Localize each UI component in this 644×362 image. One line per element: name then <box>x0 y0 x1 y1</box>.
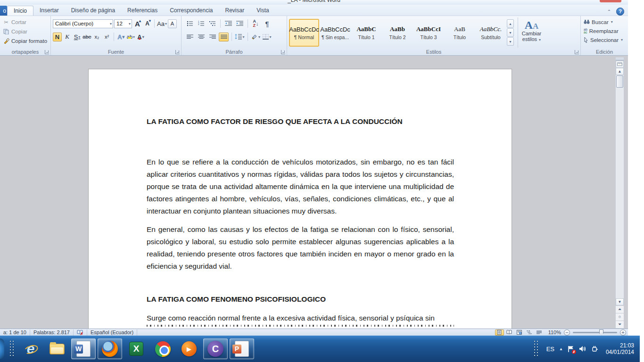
dialog-launcher-icon[interactable] <box>175 50 180 54</box>
find-button[interactable]: Buscar▾ <box>583 17 627 26</box>
tab-referencias[interactable]: Referencias <box>121 6 164 16</box>
scroll-up-icon[interactable]: ▲ <box>616 68 624 75</box>
view-outline-icon[interactable] <box>525 329 534 336</box>
scroll-down-icon[interactable]: ▼ <box>616 298 624 305</box>
zoom-out-icon[interactable]: − <box>564 329 570 336</box>
font-size-combo[interactable]: 12▾ <box>114 19 132 28</box>
status-proofing[interactable]: ✗ <box>74 329 87 336</box>
shading-button[interactable]: ▾ <box>251 33 261 41</box>
help-icon[interactable]: ? <box>616 8 624 16</box>
superscript-button[interactable]: x² <box>102 33 111 41</box>
close-button[interactable] <box>600 0 621 2</box>
tab-vista[interactable]: Vista <box>250 6 275 16</box>
align-right-button[interactable] <box>207 33 217 41</box>
style-titulo[interactable]: AaB Título <box>445 19 475 47</box>
gallery-up-icon[interactable]: ▲ <box>507 19 514 28</box>
tab-revisar[interactable]: Revisar <box>219 6 251 16</box>
line-spacing-button[interactable]: ▾ <box>235 33 245 41</box>
zoom-slider[interactable] <box>573 332 617 333</box>
format-painter-button[interactable]: Copiar formato <box>2 36 49 46</box>
next-page-icon[interactable]: ⏷ <box>616 321 624 328</box>
tab-diseno-de-pagina[interactable]: Diseño de página <box>65 6 121 16</box>
dialog-launcher-icon[interactable] <box>281 50 285 54</box>
clock[interactable]: 21:03 04/01/2014 <box>606 342 634 355</box>
previous-page-icon[interactable]: ⏶ <box>616 305 624 313</box>
style-subtitulo[interactable]: AaBbCc. Subtítulo <box>476 19 506 47</box>
volume-icon[interactable] <box>579 346 586 352</box>
subscript-button[interactable]: x₂ <box>92 33 101 41</box>
font-name-combo[interactable]: Calibri (Cuerpo)▾ <box>53 19 113 28</box>
cut-button[interactable]: ✂ Cortar <box>2 17 49 27</box>
tab-archivo[interactable]: o <box>0 6 7 16</box>
taskbar-windows-explorer[interactable] <box>45 338 69 359</box>
gallery-more-icon[interactable]: ▼ <box>507 37 514 46</box>
status-language[interactable]: Español (Ecuador) <box>87 329 137 336</box>
split-handle[interactable] <box>616 58 624 61</box>
select-button[interactable]: Seleccionar▾ <box>583 35 627 44</box>
grow-font-button[interactable]: A▲ <box>133 19 142 28</box>
ruler-toggle-icon[interactable] <box>616 61 624 68</box>
gallery-down-icon[interactable]: ▼ <box>507 28 514 37</box>
bold-button[interactable]: N <box>53 33 62 41</box>
replace-button[interactable]: abac Reemplazar <box>583 26 627 35</box>
style-sin-espaciado[interactable]: AaBbCcDc ¶ Sin espa... <box>320 19 350 47</box>
start-button[interactable] <box>0 338 4 359</box>
zoom-slider-thumb[interactable] <box>599 329 603 336</box>
view-web-layout-icon[interactable] <box>515 329 524 336</box>
multilevel-list-button[interactable] <box>207 19 217 28</box>
shrink-font-button[interactable]: A▼ <box>143 19 152 28</box>
document-page[interactable]: LA FATIGA COMO FACTOR DE RIESGO QUE AFEC… <box>88 69 512 329</box>
copy-button[interactable]: Copiar <box>2 27 49 36</box>
align-left-button[interactable] <box>185 33 195 41</box>
change-case-button[interactable]: Aa▾ <box>157 19 167 28</box>
style-titulo-1[interactable]: AaBbC Título 1 <box>351 19 381 47</box>
show-paragraph-marks-button[interactable]: ¶ <box>262 19 272 28</box>
taskbar-word[interactable]: W <box>71 338 96 359</box>
minimize-ribbon-icon[interactable]: ⌃ <box>605 8 613 15</box>
style-normal[interactable]: AaBbCcDc ¶ Normal <box>289 19 319 47</box>
tab-insertar[interactable]: Insertar <box>33 6 65 16</box>
align-center-button[interactable] <box>196 33 206 41</box>
language-indicator[interactable]: ES <box>546 346 554 353</box>
power-plug-icon[interactable] <box>591 346 598 353</box>
taskbar-firefox[interactable] <box>98 338 122 359</box>
scrollbar-thumb[interactable] <box>616 75 623 88</box>
browse-object-icon[interactable]: ○ <box>616 313 624 321</box>
decrease-indent-button[interactable] <box>223 19 233 28</box>
tab-correspondencia[interactable]: Correspondencia <box>164 6 219 16</box>
strikethrough-button[interactable]: abe <box>83 33 91 41</box>
dialog-launcher-icon[interactable] <box>45 50 49 54</box>
change-styles-button[interactable]: AA Cambiar estilos ▾ <box>518 17 545 48</box>
style-titulo-2[interactable]: AaBb Título 2 <box>382 19 413 47</box>
increase-indent-button[interactable] <box>235 19 245 28</box>
taskbar-excel[interactable]: X <box>124 338 149 359</box>
scrollbar-track[interactable] <box>616 88 624 298</box>
action-center-flag-icon[interactable]: ✗ <box>568 346 574 353</box>
taskbar-bittorrent[interactable]: C <box>203 338 228 359</box>
vertical-scrollbar[interactable]: ▲ ▼ ⏶ ○ ⏷ <box>615 57 624 329</box>
view-draft-icon[interactable] <box>535 329 544 336</box>
taskbar-media-player[interactable]: ▶ <box>177 338 201 359</box>
underline-button[interactable]: S▾ <box>73 33 82 41</box>
dialog-launcher-icon[interactable] <box>575 50 579 54</box>
zoom-level[interactable]: 110% <box>548 329 561 335</box>
sort-button[interactable]: AZ↓ <box>251 19 261 28</box>
taskbar-powerpoint[interactable]: P <box>230 338 254 359</box>
show-hidden-icons-icon[interactable]: ▲ <box>559 347 563 351</box>
taskbar-chrome[interactable] <box>150 338 175 359</box>
style-titulo-3[interactable]: AaBbCcI Título 3 <box>413 19 444 47</box>
view-fullscreen-reading-icon[interactable] <box>505 329 514 336</box>
zoom-in-icon[interactable]: + <box>620 329 626 336</box>
bullet-list-button[interactable] <box>185 19 195 28</box>
highlight-button[interactable]: ab▾ <box>126 33 135 41</box>
status-words[interactable]: Palabras: 2.817 <box>30 329 74 336</box>
view-print-layout-icon[interactable] <box>495 329 504 336</box>
font-color-button[interactable]: A▾ <box>136 33 145 41</box>
status-page[interactable]: a: 1 de 10 <box>0 329 30 336</box>
clear-formatting-button[interactable]: A <box>168 19 177 28</box>
italic-button[interactable]: K <box>63 33 72 41</box>
taskbar-internet-explorer[interactable]: e <box>18 338 43 359</box>
text-effects-button[interactable]: A▾ <box>116 33 125 41</box>
tab-inicio[interactable]: Inicio <box>7 6 33 16</box>
borders-button[interactable]: ▾ <box>262 33 272 41</box>
